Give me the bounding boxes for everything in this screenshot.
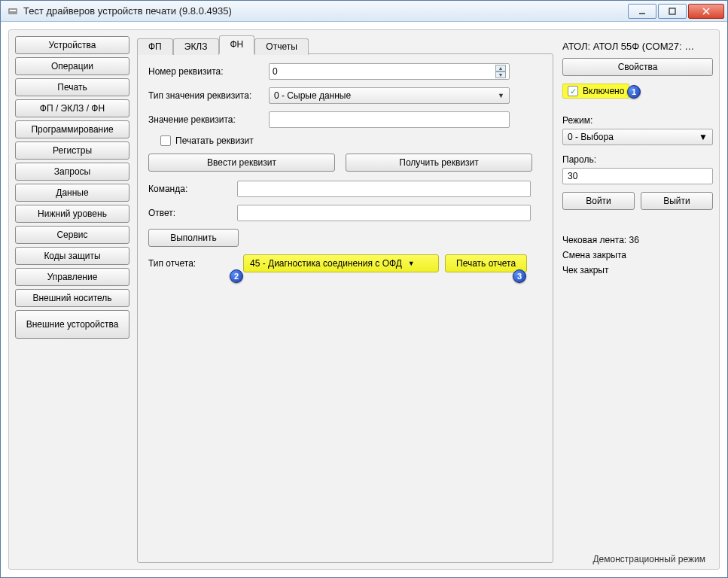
password-label: Пароль:: [562, 154, 713, 165]
print-requisite-label: Печатать реквизит: [175, 135, 254, 146]
requisite-value-input[interactable]: [269, 111, 510, 128]
nav-registers[interactable]: Регистры: [15, 141, 129, 160]
nav-low-level[interactable]: Нижний уровень: [15, 205, 129, 223]
session-status: Смена закрыта: [562, 248, 713, 263]
report-type-combo[interactable]: 45 - Диагностика соединения с ОФД ▼: [243, 254, 439, 272]
close-button[interactable]: [688, 4, 724, 19]
chevron-down-icon: ▼: [498, 92, 504, 99]
svg-rect-3: [669, 8, 675, 14]
requisite-type-value: 0 - Сырые данные: [274, 90, 351, 101]
window-title: Тест драйверов устройств печати (9.8.0.4…: [23, 5, 628, 17]
nav-fp-eklz-fn[interactable]: ФП / ЭКЛЗ / ФН: [15, 99, 129, 117]
nav-service[interactable]: Сервис: [15, 226, 129, 244]
right-column: АТОЛ: АТОЛ 55Ф (COM27: … Свойства Включе…: [562, 36, 713, 563]
center-column: ФП ЭКЛЗ ФН Отчеты Номер реквизита: 0 ▲▼ …: [137, 36, 553, 563]
tab-strip: ФП ЭКЛЗ ФН Отчеты: [137, 36, 553, 54]
nav-data[interactable]: Данные: [15, 184, 129, 202]
tab-reports[interactable]: Отчеты: [254, 38, 308, 55]
mode-value: 0 - Выбора: [568, 132, 614, 142]
spinner-down-icon[interactable]: ▼: [495, 71, 506, 78]
requisite-value-label: Значение реквизита:: [148, 114, 269, 125]
enabled-wrapper: Включено: [562, 84, 629, 99]
chevron-down-icon: ▼: [699, 132, 708, 142]
nav-protection-codes[interactable]: Коды защиты: [15, 247, 129, 265]
command-input[interactable]: [237, 181, 531, 197]
maximize-button[interactable]: [658, 4, 687, 19]
titlebar: Тест драйверов устройств печати (9.8.0.4…: [1, 1, 727, 22]
app-window: Тест драйверов устройств печати (9.8.0.4…: [0, 0, 728, 578]
nav-programming[interactable]: Программирование: [15, 120, 129, 138]
nav-external-media[interactable]: Внешний носитель: [15, 289, 129, 307]
execute-button[interactable]: Выполнить: [148, 229, 239, 247]
requisite-number-input[interactable]: 0 ▲▼: [269, 63, 510, 80]
properties-button[interactable]: Свойства: [562, 58, 713, 76]
nav-print[interactable]: Печать: [15, 78, 129, 96]
device-name: АТОЛ: АТОЛ 55Ф (COM27: …: [562, 41, 713, 52]
tape-status: Чековая лента: 36: [562, 233, 713, 248]
status-bar: Демонстрационный режим: [592, 554, 705, 564]
requisite-type-combo[interactable]: 0 - Сырые данные ▼: [269, 87, 510, 104]
answer-label: Ответ:: [148, 208, 237, 218]
tab-fp[interactable]: ФП: [137, 38, 173, 55]
report-type-value: 45 - Диагностика соединения с ОФД: [250, 258, 402, 269]
tab-fn[interactable]: ФН: [219, 35, 255, 54]
app-icon: [7, 5, 19, 17]
get-requisite-button[interactable]: Получить реквизит: [346, 154, 532, 172]
nav-devices[interactable]: Устройства: [15, 36, 129, 54]
answer-input[interactable]: [237, 205, 531, 221]
print-requisite-checkbox[interactable]: [160, 135, 171, 146]
mode-label: Режим:: [562, 115, 713, 126]
command-label: Команда:: [148, 184, 237, 194]
nav-requests[interactable]: Запросы: [15, 163, 129, 181]
mode-combo[interactable]: 0 - Выбора ▼: [562, 129, 713, 145]
marker-badge-1: 1: [627, 85, 641, 99]
requisite-type-label: Тип значения реквизита:: [148, 90, 269, 101]
nav-operations[interactable]: Операции: [15, 57, 129, 75]
svg-rect-1: [10, 10, 16, 11]
login-button[interactable]: Войти: [562, 192, 635, 210]
nav-external-devices[interactable]: Внешние усторойства: [15, 310, 129, 339]
left-nav: Устройства Операции Печать ФП / ЭКЛЗ / Ф…: [15, 36, 129, 563]
tab-eklz[interactable]: ЭКЛЗ: [173, 38, 219, 55]
enter-requisite-button[interactable]: Ввести реквизит: [148, 154, 335, 172]
requisite-number-label: Номер реквизита:: [148, 66, 269, 77]
marker-badge-2: 2: [230, 269, 243, 283]
enabled-label: Включено: [583, 86, 624, 96]
report-type-label: Тип отчета:: [148, 258, 237, 269]
nav-control[interactable]: Управление: [15, 268, 129, 286]
print-report-button[interactable]: Печать отчета: [445, 254, 527, 272]
chevron-down-icon: ▼: [408, 260, 415, 267]
spinner-up-icon[interactable]: ▲: [495, 65, 506, 71]
marker-badge-3: 3: [513, 269, 526, 283]
requisite-number-value: 0: [273, 66, 495, 77]
minimize-button[interactable]: [628, 4, 656, 19]
enabled-checkbox[interactable]: [568, 86, 578, 96]
logout-button[interactable]: Выйти: [641, 192, 713, 210]
tab-body: Номер реквизита: 0 ▲▼ Тип значения рекви…: [137, 53, 553, 563]
password-input[interactable]: [562, 168, 713, 184]
receipt-status: Чек закрыт: [562, 263, 713, 278]
